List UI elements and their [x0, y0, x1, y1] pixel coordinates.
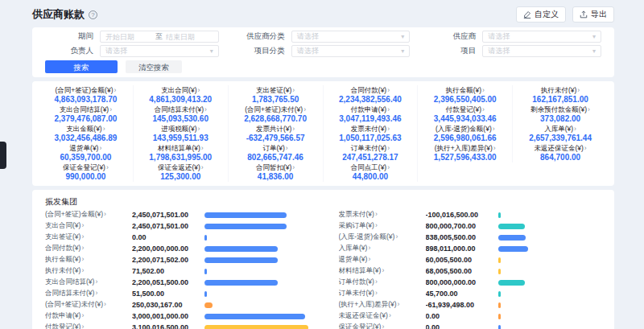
stat-label-link[interactable]: 执行金额(¥)›	[419, 86, 510, 94]
stat-value: 41,836.00	[230, 172, 321, 181]
stat-label-link[interactable]: 合同暂扣(¥)›	[230, 163, 321, 171]
chevron-down-icon: ▾	[592, 47, 596, 55]
metric-label-link[interactable]: 发票未付(¥)›	[339, 210, 426, 220]
stat-label-link[interactable]: 支出合同结算(¥)›	[40, 105, 131, 113]
stat-label-link[interactable]: (合同+签证)未付(¥)›	[230, 105, 321, 113]
stat-label-link[interactable]: 订单未付(¥)›	[325, 144, 416, 152]
stat-label-link[interactable]: 保证金登记(¥)›	[40, 163, 131, 171]
chevron-right-icon: ›	[375, 210, 378, 218]
metric-label-link[interactable]: 订单付款(¥)›	[339, 278, 426, 287]
metric-bar	[204, 257, 278, 263]
help-icon[interactable]: ?	[89, 10, 97, 19]
metric-label-link[interactable]: 合同结算未付(¥)›	[45, 289, 132, 298]
project-select[interactable]: 请选择 ▾	[482, 45, 601, 57]
stat-label-link[interactable]: (入库-退货)金额(¥)›	[419, 125, 510, 133]
metric-value: 2,450,071,501.00	[132, 211, 204, 219]
search-button[interactable]: 搜索	[45, 60, 118, 73]
export-button[interactable]: 导出	[572, 6, 614, 23]
filter-owner: 负责人 请选择 ▾	[45, 45, 219, 57]
metric-bar	[204, 246, 278, 252]
supplier-category-select[interactable]: 请选择 ▾	[291, 31, 411, 43]
period-start-input[interactable]	[105, 33, 152, 41]
metric-label-link[interactable]: 合同付款(¥)›	[45, 244, 132, 253]
stat-label-link[interactable]: 剩余预付款金额(¥)›	[514, 105, 606, 113]
stat-label-link[interactable]: 发票共计(¥)›	[230, 125, 321, 133]
metric-row: (合同+签证)未付(¥)›250,030,167.00	[45, 299, 308, 310]
stat-label-link[interactable]: 退货单(¥)›	[40, 144, 131, 152]
stat-value: 864,700.00	[514, 153, 606, 162]
metric-bar	[204, 314, 305, 319]
chevron-right-icon: ›	[395, 232, 398, 241]
stat-label-link[interactable]: 支出合同(¥)›	[135, 86, 226, 94]
supplier-category-label: 供应商分类	[237, 31, 285, 42]
chevron-right-icon: ›	[574, 125, 576, 133]
metric-label-link[interactable]: 付款申请(¥)›	[45, 311, 132, 321]
stat-tile: 合同暂扣(¥)›41,836.00	[229, 162, 324, 182]
stat-label-link[interactable]: 支出金额(¥)›	[40, 125, 131, 133]
metric-label-link[interactable]: 支出签证(¥)›	[45, 232, 132, 242]
metric-label-link[interactable]: 采购订单(¥)›	[339, 221, 426, 231]
stat-label-link[interactable]: 付款申请(¥)›	[325, 105, 416, 113]
stat-label-link[interactable]: 未返还保证金(¥)›	[514, 144, 606, 152]
clear-search-button[interactable]: 清空搜索	[126, 60, 182, 73]
owner-select[interactable]: 请选择 ▾	[100, 45, 219, 57]
stat-tile: 订单(¥)›802,665,747.46	[229, 143, 324, 162]
stat-label-link[interactable]: 付款登记(¥)›	[419, 105, 510, 113]
metric-row: 合同付款(¥)›2,200,000,000.00	[45, 243, 308, 254]
metric-label-link[interactable]: 保证金登记(¥)›	[339, 323, 426, 329]
supplier-select[interactable]: 请选择 ▾	[482, 31, 601, 43]
stat-label-link[interactable]: 支出签证(¥)›	[230, 86, 321, 94]
chevron-right-icon: ›	[201, 163, 204, 171]
metric-bar	[204, 235, 207, 241]
chevron-right-icon: ›	[292, 86, 295, 94]
stat-label-link[interactable]: 保证金返还(¥)›	[135, 163, 226, 171]
stat-label-link[interactable]: (执行+入库)差异(¥)›	[419, 144, 510, 152]
chevron-right-icon: ›	[286, 144, 288, 152]
metric-label-link[interactable]: 执行金额(¥)›	[45, 255, 132, 265]
sidebar-collapse-handle[interactable]	[0, 142, 6, 169]
stat-label-link[interactable]: 材料结算单(¥)›	[135, 144, 226, 152]
stat-label-link[interactable]: 合同付款(¥)›	[325, 86, 416, 94]
metric-label-link[interactable]: (合同+签证)金额(¥)›	[45, 210, 132, 220]
metric-label-link[interactable]: 支出合同结算(¥)›	[45, 278, 132, 287]
project-category-select[interactable]: 请选择 ▾	[291, 45, 411, 57]
stat-tile: 支出金额(¥)›3,032,456,486.89	[39, 124, 134, 143]
metric-bar	[204, 302, 213, 308]
stat-value: 1,050,117,025.63	[325, 134, 416, 142]
stat-label-link[interactable]: 进项税额(¥)›	[135, 125, 226, 133]
metric-label-link[interactable]: 订单未付(¥)›	[339, 289, 426, 298]
metric-label-link[interactable]: (入库-退货)金额(¥)›	[339, 232, 426, 242]
metric-label-link[interactable]: 入库单(¥)›	[339, 244, 426, 253]
chevron-right-icon: ›	[368, 255, 370, 263]
group-title[interactable]: 振发集团	[45, 197, 77, 207]
select-placeholder: 请选择	[105, 46, 127, 56]
metric-label-link[interactable]: 付款登记(¥)›	[45, 323, 132, 329]
chevron-right-icon: ›	[398, 300, 400, 308]
customize-button[interactable]: 自定义	[516, 6, 566, 23]
stat-label-link[interactable]: 执行未付(¥)›	[514, 86, 606, 94]
metric-label-link[interactable]: 执行未付(¥)›	[45, 266, 132, 276]
stat-label-link[interactable]: 合同结算未付(¥)›	[135, 105, 226, 113]
metric-label-link[interactable]: (执行+入库)差异(¥)›	[339, 300, 426, 310]
stat-value: 1,783,765.50	[230, 95, 321, 104]
stat-label-link[interactable]: 发票未付(¥)›	[325, 125, 416, 133]
metric-bar	[498, 291, 501, 297]
edit-icon	[523, 10, 531, 19]
period-range-picker[interactable]: 至	[100, 31, 219, 43]
stat-label-link[interactable]: 合同点工(¥)›	[325, 163, 416, 171]
stat-label-link[interactable]: 入库单(¥)›	[514, 125, 606, 133]
range-separator: 至	[155, 31, 163, 42]
metric-value: 250,030,167.00	[132, 301, 204, 309]
metric-label-link[interactable]: (合同+签证)未付(¥)›	[45, 300, 132, 310]
metric-bar	[498, 325, 501, 329]
period-end-input[interactable]	[166, 33, 213, 41]
metric-label-link[interactable]: 支出合同(¥)›	[45, 221, 132, 231]
stat-tile: 合同付款(¥)›2,234,382,556.40	[324, 85, 419, 105]
metric-label-link[interactable]: 退货单(¥)›	[339, 255, 426, 265]
metric-row: 订单付款(¥)›800,000,000.00	[339, 277, 602, 288]
stat-label-link[interactable]: (合同+签证)金额(¥)›	[40, 86, 131, 94]
metric-label-link[interactable]: 材料结算单(¥)›	[339, 266, 426, 276]
metric-label-link[interactable]: 未返还保证金(¥)›	[339, 311, 426, 321]
bar-track	[204, 257, 308, 263]
stat-label-link[interactable]: 订单(¥)›	[230, 144, 321, 152]
